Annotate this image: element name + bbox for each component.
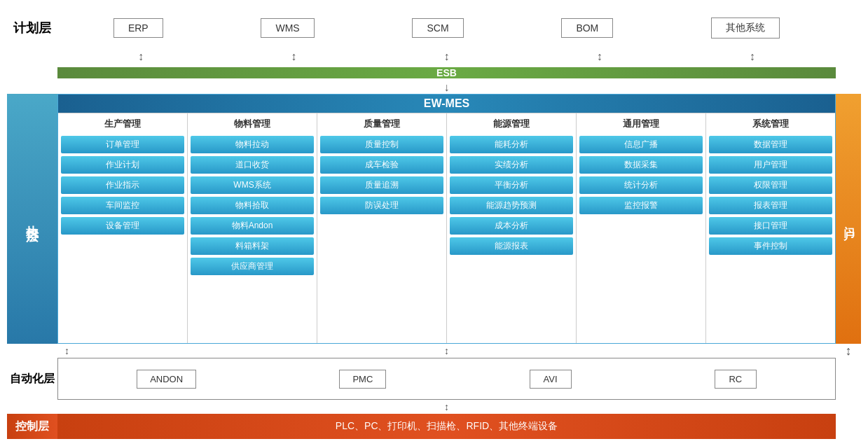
arrow-ctrl: ↕ <box>444 401 449 412</box>
btn-actual-analysis[interactable]: 实绩分析 <box>450 156 573 174</box>
col-energy-header: 能源管理 <box>450 118 573 133</box>
btn-data-collect[interactable]: 数据采集 <box>579 156 703 174</box>
btn-material-pick[interactable]: 物料拾取 <box>191 197 314 214</box>
arrow-bom: ↕ <box>597 50 602 63</box>
plan-label: 计划层 <box>7 20 57 36</box>
col-general: 通用管理 信息广播 数据采集 统计分析 监控报警 <box>577 113 706 343</box>
col-system: 系统管理 数据管理 用户管理 权限管理 报表管理 接口管理 事件控制 <box>706 113 835 343</box>
plan-arrows: ↕ ↕ ↕ ↕ ↕ <box>57 50 836 63</box>
btn-order-mgmt[interactable]: 订单管理 <box>61 136 184 153</box>
plan-others: 其他系统 <box>711 18 780 39</box>
plan-erp: ERP <box>113 18 163 38</box>
esb-row: ESB <box>7 64 861 81</box>
arrow-auto-center: ↕ <box>444 345 449 356</box>
ewmes-auto-arrows: ↕ ↕ ↕ <box>57 345 836 356</box>
arrow-erp: ↕ <box>138 50 144 63</box>
auto-pmc: PMC <box>339 370 386 389</box>
portal-label: 门户 <box>836 94 861 344</box>
arrow-wms: ↕ <box>291 50 296 63</box>
btn-balance-analysis[interactable]: 平衡分析 <box>450 176 573 194</box>
ewmes-title: EW-MES <box>58 95 835 113</box>
btn-bin-rack[interactable]: 料箱料架 <box>191 237 314 255</box>
arrow-auto-left: ↕ <box>64 345 69 356</box>
ewmes-auto-arrow-row: ↕ ↕ ↕ ↕ <box>7 344 861 358</box>
esb-ewmes-arrow: ↓ <box>57 81 836 94</box>
btn-event-ctrl[interactable]: 事件控制 <box>709 237 832 255</box>
arrow-scm: ↕ <box>443 50 449 63</box>
col-material-header: 物料管理 <box>191 118 314 133</box>
exec-label: 执行层 <box>7 94 57 344</box>
esb-bar: ESB <box>57 67 836 78</box>
plan-arrows-row: ↕ ↕ ↕ ↕ ↕ <box>7 49 861 64</box>
ctrl-label: 控制层 <box>7 414 57 439</box>
btn-interface-mgmt[interactable]: 接口管理 <box>709 217 832 235</box>
col-general-header: 通用管理 <box>579 118 703 133</box>
plan-wms: WMS <box>261 18 314 38</box>
plan-boxes: ERP WMS SCM BOM 其他系统 <box>57 18 836 39</box>
automation-row: 自动化层 ANDON PMC AVI RC <box>7 358 861 400</box>
main-wrapper: 计划层 ERP WMS SCM BOM 其他系统 ↕ ↕ ↕ ↕ ↕ ESB ↓ <box>0 0 868 446</box>
btn-error-proof[interactable]: 防误处理 <box>320 197 443 214</box>
btn-supplier-mgmt[interactable]: 供应商管理 <box>191 258 314 275</box>
ewmes-container: EW-MES 生产管理 订单管理 作业计划 作业指示 车间监控 设备管理 物料管… <box>57 94 836 344</box>
btn-energy-analysis[interactable]: 能耗分析 <box>450 136 573 153</box>
btn-auth-mgmt[interactable]: 权限管理 <box>709 176 832 194</box>
auto-rc: RC <box>715 370 757 389</box>
control-row: 控制层 PLC、PC、打印机、扫描枪、RFID、其他终端设备 <box>7 414 861 439</box>
ewmes-section: 执行层 EW-MES 生产管理 订单管理 作业计划 作业指示 车间监控 设备管理… <box>7 94 861 344</box>
plan-row: 计划层 ERP WMS SCM BOM 其他系统 <box>7 7 861 49</box>
btn-info-broadcast[interactable]: 信息广播 <box>579 136 703 153</box>
btn-material-andon[interactable]: 物料Andon <box>191 217 314 235</box>
btn-dock-receive[interactable]: 道口收货 <box>191 156 314 174</box>
btn-data-mgmt[interactable]: 数据管理 <box>709 136 832 153</box>
auto-ctrl-arrows: ↕ <box>57 401 836 412</box>
btn-monitor-alarm[interactable]: 监控报警 <box>579 197 703 214</box>
col-material: 物料管理 物料拉动 道口收货 WMS系统 物料拾取 物料Andon 料箱料架 供… <box>188 113 317 343</box>
auto-avi: AVI <box>530 370 572 389</box>
auto-label: 自动化层 <box>7 358 57 400</box>
btn-quality-ctrl[interactable]: 质量控制 <box>320 136 443 153</box>
btn-wms-sys[interactable]: WMS系统 <box>191 176 314 194</box>
col-production-header: 生产管理 <box>61 118 184 133</box>
btn-user-mgmt[interactable]: 用户管理 <box>709 156 832 174</box>
btn-cost-analysis[interactable]: 成本分析 <box>450 217 573 235</box>
col-system-header: 系统管理 <box>709 118 832 133</box>
btn-stat-analysis[interactable]: 统计分析 <box>579 176 703 194</box>
btn-report-mgmt[interactable]: 报表管理 <box>709 197 832 214</box>
btn-energy-report[interactable]: 能源报表 <box>450 237 573 255</box>
plan-bom: BOM <box>561 18 613 38</box>
btn-equip-mgmt[interactable]: 设备管理 <box>61 217 184 235</box>
btn-energy-forecast[interactable]: 能源趋势预测 <box>450 197 573 214</box>
col-production: 生产管理 订单管理 作业计划 作业指示 车间监控 设备管理 <box>58 113 188 343</box>
plan-scm: SCM <box>412 18 463 38</box>
arrow-others: ↕ <box>750 50 755 63</box>
esb-ewmes-arrow-row: ↓ <box>7 81 861 94</box>
col-energy: 能源管理 能耗分析 实绩分析 平衡分析 能源趋势预测 成本分析 能源报表 <box>447 113 577 343</box>
btn-workshop-monitor[interactable]: 车间监控 <box>61 197 184 214</box>
auto-content: ANDON PMC AVI RC <box>57 358 836 400</box>
col-quality: 质量管理 质量控制 成车检验 质量追溯 防误处理 <box>317 113 447 343</box>
btn-quality-trace[interactable]: 质量追溯 <box>320 176 443 194</box>
auto-andon: ANDON <box>137 370 196 389</box>
col-quality-header: 质量管理 <box>320 118 443 133</box>
btn-finished-inspect[interactable]: 成车检验 <box>320 156 443 174</box>
ctrl-bar: PLC、PC、打印机、扫描枪、RFID、其他终端设备 <box>57 414 836 439</box>
ewmes-columns: 生产管理 订单管理 作业计划 作业指示 车间监控 设备管理 物料管理 物料拉动 … <box>58 113 835 343</box>
btn-material-pull[interactable]: 物料拉动 <box>191 136 314 153</box>
btn-work-instr[interactable]: 作业指示 <box>61 176 184 194</box>
btn-work-plan[interactable]: 作业计划 <box>61 156 184 174</box>
auto-ctrl-arrow-row: ↕ <box>7 400 861 414</box>
